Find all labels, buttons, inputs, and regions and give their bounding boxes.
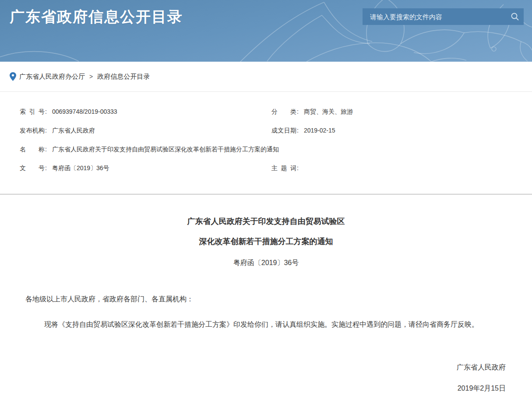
meta-value-publisher: 广东省人民政府 xyxy=(52,127,95,134)
meta-value-pub-date: 2019-02-15 xyxy=(304,127,335,134)
meta-label-publisher: 发布机构 xyxy=(20,127,45,135)
document-number: 粤府函〔2019〕36号 xyxy=(13,259,519,266)
meta-value-category: 商贸、海关、旅游 xyxy=(304,108,353,115)
meta-row-category: 分类:商贸、海关、旅游 xyxy=(271,108,532,127)
search-box[interactable] xyxy=(363,8,524,25)
meta-label-pub-date: 成文日期 xyxy=(271,127,296,135)
breadcrumb: 广东省人民政府办公厅 > 政府信息公开目录 xyxy=(0,62,532,92)
meta-label-category: 分类 xyxy=(271,108,296,116)
meta-colon: : xyxy=(297,127,299,134)
meta-value-name: 广东省人民政府关于印发支持自由贸易试验区深化改革创新若干措施分工方案的通知 xyxy=(52,146,279,153)
document-paragraph-body: 现将《支持自由贸易试验区深化改革创新若干措施分工方案》印发给你们，请认真组织实施… xyxy=(13,320,519,329)
document-paragraph-salutation: 各地级以上市人民政府，省政府各部门、各直属机构： xyxy=(13,294,519,304)
document-date: 2019年2月15日 xyxy=(13,384,519,393)
page-header: 广东省政府信息公开目录 xyxy=(0,0,532,62)
search-input[interactable] xyxy=(363,8,506,25)
document-title-line2: 深化改革创新若干措施分工方案的通知 xyxy=(13,238,519,245)
document-signature: 广东省人民政府 xyxy=(13,363,519,372)
breadcrumb-separator: > xyxy=(89,73,93,80)
page-title: 广东省政府信息公开目录 xyxy=(10,8,183,26)
meta-row-index-no: 索引号:006939748/2019-00333 xyxy=(20,108,271,127)
meta-colon: : xyxy=(45,164,47,171)
meta-label-doc-no: 文号 xyxy=(20,164,45,172)
search-icon[interactable] xyxy=(506,8,524,25)
meta-row-doc-no: 文号:粤府函〔2019〕36号 xyxy=(20,164,271,183)
meta-row-publisher: 发布机构:广东省人民政府 xyxy=(20,127,271,146)
meta-row-subject: 主题词: xyxy=(271,164,532,183)
meta-value-doc-no: 粤府函〔2019〕36号 xyxy=(52,164,109,171)
meta-row-pub-date: 成文日期:2019-02-15 xyxy=(271,127,532,146)
breadcrumb-item-office[interactable]: 广东省人民政府办公厅 xyxy=(19,73,85,81)
meta-colon: : xyxy=(297,164,299,171)
document-body: 广东省人民政府关于印发支持自由贸易试验区 深化改革创新若干措施分工方案的通知 粤… xyxy=(0,195,532,393)
document-title-line1: 广东省人民政府关于印发支持自由贸易试验区 xyxy=(13,217,519,225)
meta-colon: : xyxy=(45,127,47,134)
meta-colon: : xyxy=(45,108,47,115)
meta-value-index-no: 006939748/2019-00333 xyxy=(52,108,117,115)
breadcrumb-item-directory[interactable]: 政府信息公开目录 xyxy=(97,73,150,81)
meta-label-index-no: 索引号 xyxy=(20,108,45,116)
meta-label-name: 名称 xyxy=(20,146,45,154)
meta-row-name: 名称:广东省人民政府关于印发支持自由贸易试验区深化改革创新若干措施分工方案的通知 xyxy=(20,146,532,164)
meta-colon: : xyxy=(45,146,47,153)
meta-label-subject: 主题词 xyxy=(271,164,296,172)
meta-colon: : xyxy=(297,108,299,115)
document-metadata: 索引号:006939748/2019-00333 分类:商贸、海关、旅游 发布机… xyxy=(0,92,532,194)
location-pin-icon xyxy=(10,72,16,81)
